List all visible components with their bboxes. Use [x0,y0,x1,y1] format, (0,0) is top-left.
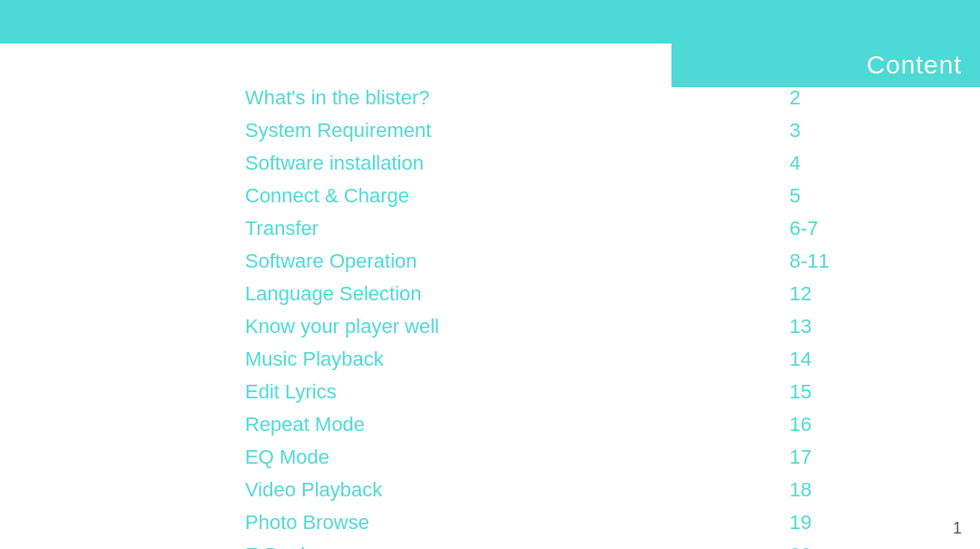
toc-item-page: 18 [780,474,926,506]
toc-item-label: Repeat Mode [54,408,780,441]
toc-row: Transfer6-7 [54,212,926,245]
toc-item-page: 5 [780,180,926,212]
toc-item-page: 13 [780,310,926,343]
toc-item-label: Language Selection [54,278,780,310]
toc-item-page: 14 [780,343,926,376]
toc-row: Edit Lyrics15 [54,376,926,408]
toc-item-label: E-Book [54,539,780,549]
toc-row: Software installation4 [54,147,926,180]
toc-row: Photo Browse19 [54,506,926,539]
toc-item-page: 2 [780,82,926,114]
toc-item-label: Know your player well [54,310,780,343]
toc-item-page: 3 [780,114,926,147]
toc-row: Language Selection12 [54,278,926,310]
toc-item-page: 4 [780,147,926,180]
toc-row: E-Book20 [54,539,926,549]
toc-item-page: 12 [780,278,926,310]
toc-row: Know your player well13 [54,310,926,343]
toc-row: Connect & Charge5 [54,180,926,212]
page-number: 1 [953,519,962,538]
toc-item-page: 15 [780,376,926,408]
toc-item-label: Transfer [54,212,780,245]
top-bar [0,0,980,44]
toc-table: What's in the blister?2System Requiremen… [54,82,926,549]
content-header: Content [671,44,980,87]
toc-row: System Requirement3 [54,114,926,147]
toc-item-label: Edit Lyrics [54,376,780,408]
toc-item-label: What's in the blister? [54,82,780,114]
toc-item-label: Software Operation [54,245,780,278]
toc-item-page: 6-7 [780,212,926,245]
toc-row: Music Playback14 [54,343,926,376]
toc-item-label: System Requirement [54,114,780,147]
toc-item-page: 8-11 [780,245,926,278]
toc-row: Video Playback18 [54,474,926,506]
toc-row: Software Operation8-11 [54,245,926,278]
toc-item-label: Music Playback [54,343,780,376]
toc-item-page: 16 [780,408,926,441]
toc-row: EQ Mode17 [54,441,926,474]
toc-item-label: Video Playback [54,474,780,506]
toc-container: What's in the blister?2System Requiremen… [0,82,980,549]
toc-item-label: Connect & Charge [54,180,780,212]
toc-item-page: 19 [780,506,926,539]
content-title: Content [867,51,962,79]
toc-item-page: 20 [780,539,926,549]
toc-row: Repeat Mode16 [54,408,926,441]
toc-item-label: Software installation [54,147,780,180]
toc-item-page: 17 [780,441,926,474]
toc-item-label: EQ Mode [54,441,780,474]
toc-item-label: Photo Browse [54,506,780,539]
toc-row: What's in the blister?2 [54,82,926,114]
